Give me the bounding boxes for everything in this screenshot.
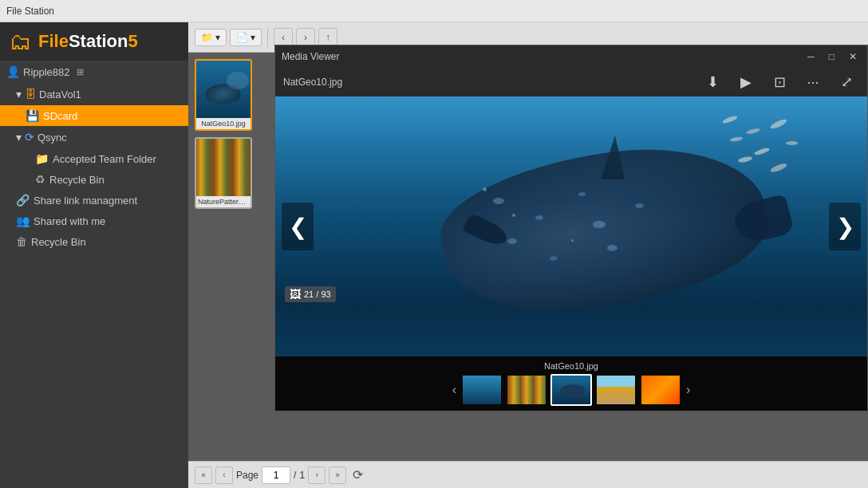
- viewer-fitscreen-button[interactable]: ⊡: [767, 69, 792, 95]
- new-file-button[interactable]: 📄 ▾: [230, 29, 262, 46]
- new-folder-icon: 📁: [201, 32, 213, 43]
- media-viewer: Media Viewer ─ □ ✕ NatGeo10.jpg ⬇ ▶ ⊡ ··…: [274, 45, 868, 411]
- qsync-expand-icon: ▾: [16, 131, 22, 144]
- file-thumb-img-natgeo10: [195, 61, 252, 118]
- strip-thumb-3-active[interactable]: [550, 374, 592, 406]
- sidebar-qsync-label: Qsync: [37, 132, 67, 144]
- counter-value: 21 / 93: [304, 289, 331, 299]
- title-bar: File Station: [0, 0, 868, 22]
- thumbnail-strip: ‹: [283, 374, 859, 406]
- page-next-button[interactable]: ›: [308, 466, 326, 484]
- app-header: 🗂 FileStation5: [0, 22, 188, 61]
- water-caustics: [275, 96, 867, 200]
- qsync-icon: ⟳: [25, 131, 34, 144]
- sidebar-qsync-recycle-label: Recycle Bin: [49, 174, 105, 186]
- sidebar-user[interactable]: 👤 Ripple882 ⊞: [0, 61, 188, 83]
- file-thumb-label-natgeo10: NatGeo10.jpg: [196, 118, 251, 129]
- toolbar-separator-1: [267, 28, 268, 47]
- page-text-label: Page: [236, 470, 258, 481]
- viewer-bottom: NatGeo10.jpg ‹: [275, 356, 867, 411]
- strip-prev-button[interactable]: ‹: [451, 381, 458, 399]
- viewer-fullscreen-button[interactable]: ⤢: [834, 69, 859, 95]
- new-file-icon: 📄: [236, 32, 248, 43]
- image-counter-badge: 🖼 21 / 93: [285, 286, 336, 302]
- title-bar-label: File Station: [6, 6, 54, 17]
- expand-icon: ▾: [16, 88, 22, 100]
- page-prev-button[interactable]: ‹: [215, 466, 233, 484]
- refresh-button[interactable]: ⟳: [353, 467, 363, 482]
- sidebar-team-label: Accepted Team Folder: [53, 153, 156, 165]
- user-icon: 👤: [6, 65, 20, 78]
- sidebar-item-sdcard[interactable]: 💾 SDcard: [0, 105, 188, 126]
- viewer-toolbar: NatGeo10.jpg ⬇ ▶ ⊡ ··· ⤢: [275, 68, 867, 96]
- file-item-naturepatterns[interactable]: NaturePatterns03...: [195, 137, 252, 209]
- share-icon: 🔗: [16, 194, 30, 207]
- app-version: 5: [128, 31, 137, 51]
- sidebar-item-shared-with-me[interactable]: 👥 Shared with me: [0, 211, 188, 231]
- viewer-prev-button[interactable]: ❮: [282, 203, 314, 250]
- viewer-main-image: 🖼 21 / 93 ❮ ❯: [275, 96, 867, 356]
- new-folder-button[interactable]: 📁 ▾: [195, 29, 227, 46]
- sidebar-recycle-label: Recycle Bin: [31, 236, 86, 248]
- user-menu-icon: ⊞: [77, 67, 84, 77]
- drive-icon: 🗄: [25, 88, 36, 100]
- sidebar-item-share-link[interactable]: 🔗 Share link managment: [0, 190, 188, 211]
- whale-thumb: [195, 61, 252, 118]
- strip-next-button[interactable]: ›: [685, 381, 692, 399]
- viewer-maximize-button[interactable]: □: [825, 49, 838, 64]
- recycle-qsync-icon: ♻: [35, 173, 45, 186]
- viewer-download-button[interactable]: ⬇: [700, 69, 725, 95]
- nav-back-button[interactable]: ‹: [274, 28, 293, 47]
- sidebar-datavol1-label: DataVol1: [39, 89, 81, 100]
- nav-forward-button[interactable]: ›: [296, 28, 315, 47]
- sidebar-share-label: Share link managment: [34, 195, 137, 207]
- sidebar-username: Ripple882: [23, 66, 70, 78]
- strip-thumb-1[interactable]: [461, 374, 503, 406]
- viewer-slideshow-button[interactable]: ▶: [733, 69, 759, 95]
- total-pages-label: /: [294, 470, 296, 481]
- sidebar-item-recycle-bin[interactable]: 🗑 Recycle Bin: [0, 231, 188, 252]
- file-thumb-label-nature: NaturePatterns03...: [196, 196, 251, 207]
- page-first-button[interactable]: «: [195, 466, 212, 484]
- viewer-more-button[interactable]: ···: [800, 69, 826, 95]
- strip-thumb-5[interactable]: [640, 374, 681, 406]
- viewer-image-name: NatGeo10.jpg: [283, 361, 859, 371]
- shared-icon: 👥: [16, 214, 30, 227]
- sidebar-item-datavol1[interactable]: ▾ 🗄 DataVol1: [0, 83, 188, 105]
- app-name-station: Station: [69, 31, 128, 51]
- strip-thumb-2[interactable]: [506, 374, 547, 406]
- page-number-input[interactable]: [262, 466, 290, 484]
- recycle-main-icon: 🗑: [16, 235, 27, 248]
- file-dropdown-icon: ▾: [251, 32, 255, 43]
- folder-icon: 🗂: [10, 29, 32, 55]
- team-folder-icon: 📁: [35, 152, 49, 165]
- page-last-button[interactable]: »: [329, 466, 346, 484]
- strip-thumb-4[interactable]: [595, 374, 637, 406]
- viewer-controls: ─ □ ✕: [803, 49, 861, 64]
- counter-icon: 🖼: [290, 288, 301, 301]
- viewer-next-button[interactable]: ❯: [829, 203, 861, 250]
- sidebar-item-qsync-recycle[interactable]: ♻ Recycle Bin: [0, 169, 188, 190]
- sidebar-sdcard-label: SDcard: [43, 110, 77, 122]
- main-photo: [275, 96, 867, 356]
- sidebar: 🗂 FileStation5 👤 Ripple882 ⊞ ▾ 🗄 DataVol…: [0, 22, 188, 488]
- sidebar-item-qsync[interactable]: ▾ ⟳ Qsync: [0, 126, 188, 148]
- viewer-filename: NatGeo10.jpg: [283, 77, 342, 88]
- sidebar-item-accepted-team[interactable]: 📁 Accepted Team Folder: [0, 148, 188, 169]
- viewer-titlebar: Media Viewer ─ □ ✕: [275, 45, 867, 68]
- file-thumb-img-nature: [195, 139, 252, 196]
- sdcard-icon: 💾: [26, 109, 39, 122]
- viewer-title: Media Viewer: [282, 51, 339, 62]
- sidebar-shared-label: Shared with me: [34, 215, 105, 227]
- viewer-actions: ⬇ ▶ ⊡ ··· ⤢: [700, 69, 859, 95]
- total-pages-value: 1: [299, 470, 305, 481]
- viewer-minimize-button[interactable]: ─: [803, 49, 819, 64]
- viewer-close-button[interactable]: ✕: [845, 49, 861, 64]
- app-logo: 🗂 FileStation5: [10, 29, 138, 55]
- pagination-bar: « ‹ Page / 1 › » ⟳: [188, 461, 868, 488]
- file-item-natgeo10[interactable]: NatGeo10.jpg: [195, 59, 252, 131]
- dropdown-icon: ▾: [215, 32, 220, 43]
- nav-up-button[interactable]: ↑: [318, 28, 337, 47]
- app-name-file: File: [38, 31, 69, 51]
